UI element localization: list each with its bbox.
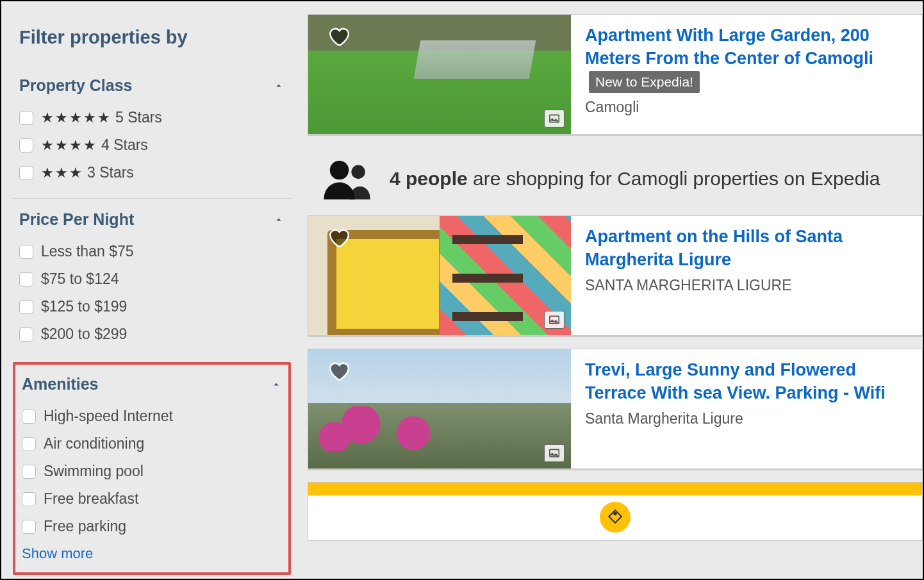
section-header-property-class[interactable]: Property Class <box>19 76 285 95</box>
filter-option-price-3[interactable]: $200 to $299 <box>19 320 285 348</box>
property-card[interactable]: Apartment With Large Garden, 200 Meters … <box>308 14 923 136</box>
filter-option-5-stars[interactable]: ★★★★★ 5 Stars <box>19 104 285 131</box>
filter-option-amenity-ac[interactable]: Air conditioning <box>22 430 282 458</box>
section-title: Property Class <box>19 76 132 95</box>
checkbox[interactable] <box>19 111 33 125</box>
price-tag-icon[interactable] <box>600 502 631 533</box>
new-badge: New to Expedia! <box>589 71 700 93</box>
property-title-link[interactable]: Apartment With Large Garden, 200 Meters … <box>585 24 911 94</box>
property-location: Santa Margherita Ligure <box>585 410 911 427</box>
filter-option-3-stars[interactable]: ★★★ 3 Stars <box>19 159 285 186</box>
checkbox[interactable] <box>19 300 33 314</box>
filter-option-amenity-internet[interactable]: High-speed Internet <box>22 402 282 430</box>
checkbox[interactable] <box>22 492 36 506</box>
favorite-icon[interactable] <box>326 225 351 249</box>
filter-section-amenities: Amenities High-speed Internet Air condit… <box>13 362 291 575</box>
checkbox[interactable] <box>19 272 33 286</box>
favorite-icon[interactable] <box>326 358 351 383</box>
property-title-link[interactable]: Trevi, Large Sunny and Flowered Terrace … <box>585 358 911 405</box>
section-title: Amenities <box>22 375 98 394</box>
checkbox[interactable] <box>19 138 33 153</box>
property-location: SANTA MARGHERITA LIGURE <box>585 277 911 294</box>
filter-option-4-stars[interactable]: ★★★★ 4 Stars <box>19 131 285 159</box>
star-rating-icon: ★★★ 3 Stars <box>41 164 134 181</box>
checkbox[interactable] <box>19 245 33 259</box>
chevron-up-icon <box>273 214 285 226</box>
property-card[interactable]: Trevi, Large Sunny and Flowered Terrace … <box>308 349 923 470</box>
gallery-icon[interactable] <box>544 311 565 329</box>
filter-option-price-0[interactable]: Less than $75 <box>19 238 285 265</box>
section-header-amenities[interactable]: Amenities <box>22 375 282 394</box>
chevron-up-icon <box>273 80 285 92</box>
people-icon <box>320 158 375 200</box>
filter-title: Filter properties by <box>19 27 291 48</box>
promo-bar <box>308 483 922 495</box>
banner-text: 4 people are shopping for Camogli proper… <box>390 168 880 190</box>
results-pane: Apartment With Large Garden, 200 Meters … <box>302 1 923 579</box>
filter-section-price: Price Per Night Less than $75 $75 to $12… <box>13 198 291 360</box>
filter-option-amenity-parking[interactable]: Free parking <box>22 513 282 540</box>
gallery-icon[interactable] <box>544 110 565 128</box>
star-rating-icon: ★★★★ 4 Stars <box>41 137 148 154</box>
checkbox[interactable] <box>19 166 33 180</box>
property-image[interactable] <box>308 216 571 335</box>
chevron-up-icon <box>270 379 282 390</box>
checkbox[interactable] <box>22 465 36 479</box>
favorite-icon[interactable] <box>326 24 351 48</box>
promo-strip <box>308 482 923 541</box>
property-image[interactable] <box>308 349 571 468</box>
property-location: Camogli <box>585 99 911 116</box>
checkbox[interactable] <box>22 437 36 451</box>
filter-option-amenity-breakfast[interactable]: Free breakfast <box>22 485 282 513</box>
shopping-banner: 4 people are shopping for Camogli proper… <box>308 147 923 215</box>
show-more-link[interactable]: Show more <box>22 545 282 562</box>
filter-option-amenity-pool[interactable]: Swimming pool <box>22 458 282 485</box>
svg-point-1 <box>330 161 349 180</box>
star-rating-icon: ★★★★★ 5 Stars <box>41 109 162 126</box>
svg-point-5 <box>614 513 616 515</box>
section-header-price[interactable]: Price Per Night <box>19 210 285 229</box>
filter-option-price-2[interactable]: $125 to $199 <box>19 293 285 320</box>
checkbox[interactable] <box>19 327 33 342</box>
property-title-link[interactable]: Apartment on the Hills of Santa Margheri… <box>585 225 911 272</box>
filter-sidebar: Filter properties by Property Class ★★★★… <box>1 1 302 579</box>
checkbox[interactable] <box>22 520 36 534</box>
checkbox[interactable] <box>22 410 36 424</box>
property-card[interactable]: Apartment on the Hills of Santa Margheri… <box>308 215 923 337</box>
filter-section-property-class: Property Class ★★★★★ 5 Stars ★★ <box>13 65 291 198</box>
svg-point-2 <box>351 165 365 179</box>
filter-option-price-1[interactable]: $75 to $124 <box>19 265 285 293</box>
gallery-icon[interactable] <box>544 444 565 462</box>
property-image[interactable] <box>308 15 571 134</box>
section-title: Price Per Night <box>19 210 134 229</box>
